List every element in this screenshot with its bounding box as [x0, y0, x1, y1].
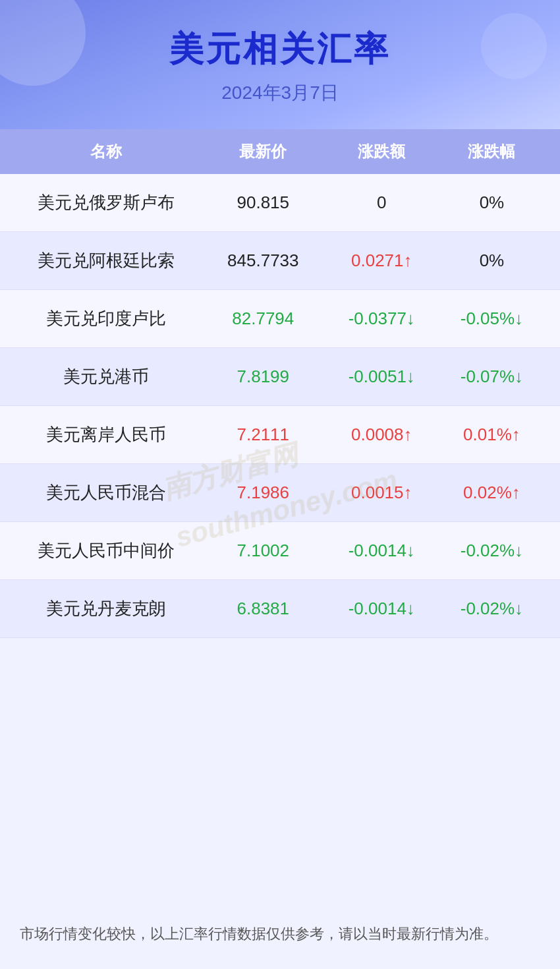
row-change: -0.0014↓ [327, 599, 437, 619]
row-change: -0.0014↓ [327, 541, 437, 561]
row-pct: 0% [437, 250, 547, 271]
col-header-pct: 涨跌幅 [437, 141, 547, 162]
row-price: 6.8381 [200, 599, 327, 619]
col-header-change: 涨跌额 [327, 141, 437, 162]
footer-note: 市场行情变化较快，以上汇率行情数据仅供参考，请以当时最新行情为准。 [0, 904, 560, 969]
row-name: 美元兑俄罗斯卢布 [13, 191, 200, 214]
row-change: -0.0051↓ [327, 367, 437, 387]
row-price: 7.1986 [200, 483, 327, 503]
col-header-price: 最新价 [200, 141, 327, 162]
footer-text: 市场行情变化较快，以上汇率行情数据仅供参考，请以当时最新行情为准。 [20, 925, 498, 942]
table-row: 美元兑丹麦克朗 6.8381 -0.0014↓ -0.02%↓ [0, 580, 560, 638]
row-pct: 0.02%↑ [437, 483, 547, 503]
row-change: 0.0271↑ [327, 250, 437, 271]
row-name: 美元人民币混合 [13, 481, 200, 504]
table-row: 美元兑俄罗斯卢布 90.815 0 0% [0, 174, 560, 232]
row-pct: 0% [437, 192, 547, 213]
page-title: 美元相关汇率 [13, 26, 547, 73]
row-pct: -0.07%↓ [437, 367, 547, 387]
row-name: 美元兑印度卢比 [13, 307, 200, 330]
exchange-rate-table: 名称 最新价 涨跌额 涨跌幅 美元兑俄罗斯卢布 90.815 0 0% 美元兑阿… [0, 129, 560, 904]
table-row: 美元人民币混合 7.1986 0.0015↑ 0.02%↑ [0, 464, 560, 522]
row-price: 90.815 [200, 192, 327, 213]
row-name: 美元兑港币 [13, 365, 200, 388]
row-price: 82.7794 [200, 308, 327, 329]
row-price: 7.2111 [200, 425, 327, 445]
row-pct: -0.02%↓ [437, 599, 547, 619]
table-body: 美元兑俄罗斯卢布 90.815 0 0% 美元兑阿根廷比索 845.7733 0… [0, 174, 560, 638]
row-change: 0.0008↑ [327, 425, 437, 445]
row-name: 美元人民币中间价 [13, 539, 200, 562]
row-name: 美元兑丹麦克朗 [13, 597, 200, 620]
row-pct: -0.02%↓ [437, 541, 547, 561]
row-price: 7.1002 [200, 541, 327, 561]
table-row: 美元人民币中间价 7.1002 -0.0014↓ -0.02%↓ [0, 522, 560, 580]
table-row: 美元兑阿根廷比索 845.7733 0.0271↑ 0% [0, 232, 560, 290]
row-price: 845.7733 [200, 250, 327, 271]
table-header-row: 名称 最新价 涨跌额 涨跌幅 [0, 129, 560, 174]
row-change: 0.0015↑ [327, 483, 437, 503]
row-change: 0 [327, 192, 437, 213]
table-row: 美元兑印度卢比 82.7794 -0.0377↓ -0.05%↓ [0, 290, 560, 348]
row-change: -0.0377↓ [327, 308, 437, 329]
row-price: 7.8199 [200, 367, 327, 387]
row-pct: -0.05%↓ [437, 308, 547, 329]
header-section: 美元相关汇率 2024年3月7日 [0, 0, 560, 129]
row-name: 美元兑阿根廷比索 [13, 249, 200, 272]
header-date: 2024年3月7日 [13, 80, 547, 105]
table-row: 美元离岸人民币 7.2111 0.0008↑ 0.01%↑ [0, 406, 560, 464]
col-header-name: 名称 [13, 141, 200, 162]
row-pct: 0.01%↑ [437, 425, 547, 445]
row-name: 美元离岸人民币 [13, 423, 200, 446]
table-row: 美元兑港币 7.8199 -0.0051↓ -0.07%↓ [0, 348, 560, 406]
